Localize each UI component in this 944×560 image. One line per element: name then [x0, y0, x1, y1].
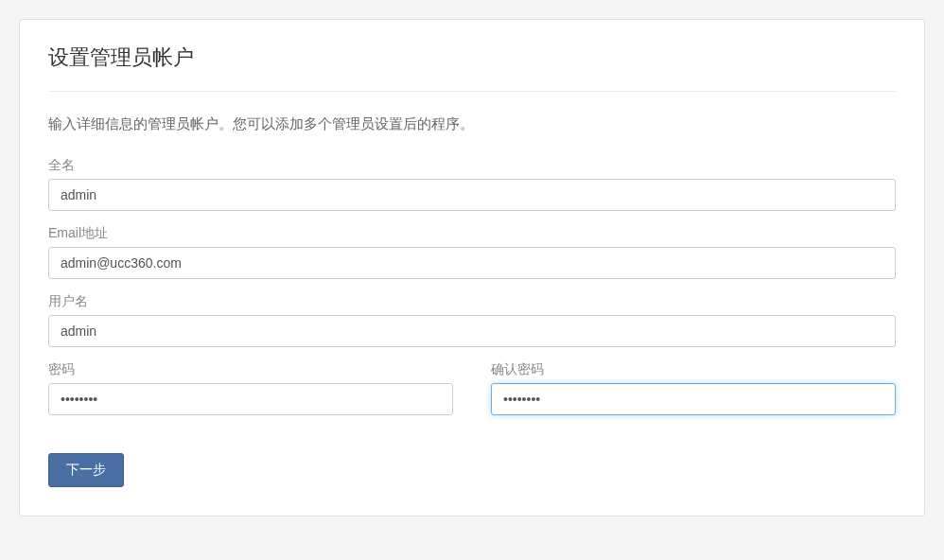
confirm-password-input[interactable]: [491, 383, 896, 415]
divider: [48, 91, 896, 92]
next-button[interactable]: 下一步: [48, 453, 124, 487]
fullname-label: 全名: [48, 157, 896, 174]
email-group: Email地址: [48, 225, 896, 279]
password-group: 密码: [48, 361, 453, 415]
username-input[interactable]: [48, 315, 896, 347]
password-row: 密码 确认密码: [48, 361, 896, 429]
password-label: 密码: [48, 361, 453, 378]
email-input[interactable]: [48, 247, 896, 279]
fullname-input[interactable]: [48, 179, 896, 211]
confirm-password-label: 确认密码: [491, 361, 896, 378]
page-title: 设置管理员帐户: [48, 44, 896, 72]
email-label: Email地址: [48, 225, 896, 242]
fullname-group: 全名: [48, 157, 896, 211]
admin-setup-panel: 设置管理员帐户 输入详细信息的管理员帐户。您可以添加多个管理员设置后的程序。 全…: [19, 19, 925, 516]
username-group: 用户名: [48, 293, 896, 347]
password-input[interactable]: [48, 383, 453, 415]
description-text: 输入详细信息的管理员帐户。您可以添加多个管理员设置后的程序。: [48, 115, 896, 133]
username-label: 用户名: [48, 293, 896, 310]
confirm-password-group: 确认密码: [491, 361, 896, 415]
